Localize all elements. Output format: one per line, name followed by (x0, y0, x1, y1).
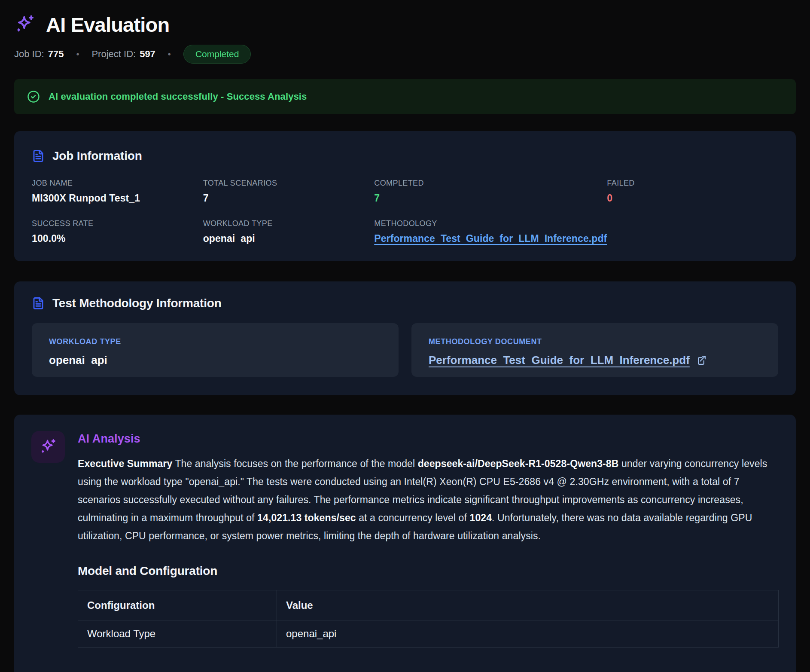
field-label: COMPLETED (374, 179, 607, 188)
field-job-name: JOB NAME MI300X Runpod Test_1 (32, 179, 203, 204)
workload-type-value: openai_api (49, 354, 381, 367)
job-information-title: Job Information (52, 149, 142, 163)
test-methodology-card: Test Methodology Information WORKLOAD TY… (14, 281, 796, 395)
field-value: 7 (374, 192, 607, 204)
page-title: AI Evaluation (46, 13, 169, 37)
check-circle-icon (27, 90, 40, 103)
external-link-icon (696, 355, 706, 366)
methodology-subcards: WORKLOAD TYPE openai_api METHODOLOGY DOC… (32, 323, 778, 377)
field-label: SUCCESS RATE (32, 219, 203, 228)
executive-summary-paragraph: Executive Summary The analysis focuses o… (78, 455, 779, 545)
field-value: openai_api (203, 233, 375, 244)
methodology-document-label: METHODOLOGY DOCUMENT (429, 337, 761, 346)
test-methodology-heading-row: Test Methodology Information (32, 296, 778, 310)
table-row: Workload Type openai_api (78, 620, 779, 648)
ai-analysis-title: AI Analysis (78, 432, 779, 446)
banner-message: AI evaluation completed successfully - S… (49, 91, 307, 102)
field-label: FAILED (607, 179, 778, 188)
workload-type-panel: WORKLOAD TYPE openai_api (32, 323, 399, 377)
test-methodology-title: Test Methodology Information (52, 296, 222, 310)
model-configuration-table: Configuration Value Workload Type openai… (78, 590, 779, 648)
column-header-configuration: Configuration (78, 590, 277, 620)
field-success-rate: SUCCESS RATE 100.0% (32, 219, 203, 244)
field-value: MI300X Runpod Test_1 (32, 192, 203, 204)
ai-evaluation-page: AI Evaluation Job ID: 775 • Project ID: … (0, 0, 810, 672)
job-meta-row: Job ID: 775 • Project ID: 597 • Complete… (14, 44, 796, 64)
status-badge: Completed (183, 45, 251, 63)
file-text-icon (32, 297, 45, 310)
sparkles-icon (14, 14, 36, 35)
sparkles-icon (39, 438, 57, 456)
methodology-pdf-link[interactable]: Performance_Test_Guide_for_LLM_Inference… (374, 233, 607, 244)
methodology-document-link[interactable]: Performance_Test_Guide_for_LLM_Inference… (429, 354, 706, 367)
job-information-heading-row: Job Information (32, 149, 778, 163)
project-id-value: 597 (140, 49, 155, 60)
field-methodology: METHODOLOGY Performance_Test_Guide_for_L… (374, 219, 607, 244)
field-label: WORKLOAD TYPE (203, 219, 375, 228)
field-total-scenarios: TOTAL SCENARIOS 7 (203, 179, 375, 204)
ai-analysis-icon-box (31, 431, 65, 463)
job-id-value: 775 (48, 49, 64, 60)
methodology-document-panel: METHODOLOGY DOCUMENT Performance_Test_Gu… (411, 323, 778, 377)
ai-analysis-card: AI Analysis Executive Summary The analys… (14, 415, 796, 672)
field-completed: COMPLETED 7 (374, 179, 607, 204)
table-cell-value: openai_api (277, 620, 779, 648)
success-banner: AI evaluation completed successfully - S… (14, 79, 796, 114)
project-id-label: Project ID: (91, 49, 136, 60)
field-label: METHODOLOGY (374, 219, 607, 228)
summary-segment: 14,021.13 tokens/sec (257, 512, 356, 523)
summary-segment: at a concurrency level of (356, 512, 470, 523)
summary-segment: deepseek-ai/DeepSeek-R1-0528-Qwen3-8B (418, 458, 619, 469)
summary-segment: Executive Summary (78, 458, 172, 469)
field-label: TOTAL SCENARIOS (203, 179, 375, 188)
methodology-document-link-text: Performance_Test_Guide_for_LLM_Inference… (429, 354, 690, 367)
summary-segment: The analysis focuses on the performance … (172, 458, 417, 469)
field-value: 7 (203, 192, 375, 204)
meta-separator-dot: • (168, 49, 171, 59)
field-label: JOB NAME (32, 179, 203, 188)
file-text-icon (32, 150, 45, 162)
page-header: AI Evaluation (14, 12, 796, 37)
table-cell-configuration: Workload Type (78, 620, 277, 648)
model-configuration-heading: Model and Configuration (78, 564, 779, 578)
table-header-row: Configuration Value (78, 590, 779, 620)
workload-type-label: WORKLOAD TYPE (49, 337, 381, 346)
job-id-label: Job ID: (14, 49, 44, 60)
job-information-card: Job Information JOB NAME MI300X Runpod T… (14, 131, 796, 261)
meta-separator-dot: • (76, 49, 79, 59)
job-information-fields: JOB NAME MI300X Runpod Test_1 TOTAL SCEN… (32, 179, 778, 244)
field-workload-type: WORKLOAD TYPE openai_api (203, 219, 375, 244)
summary-segment: 1024 (470, 512, 492, 523)
field-value: 0 (607, 192, 778, 204)
field-value: 100.0% (32, 233, 203, 244)
column-header-value: Value (277, 590, 779, 620)
field-failed: FAILED 0 (607, 179, 778, 204)
